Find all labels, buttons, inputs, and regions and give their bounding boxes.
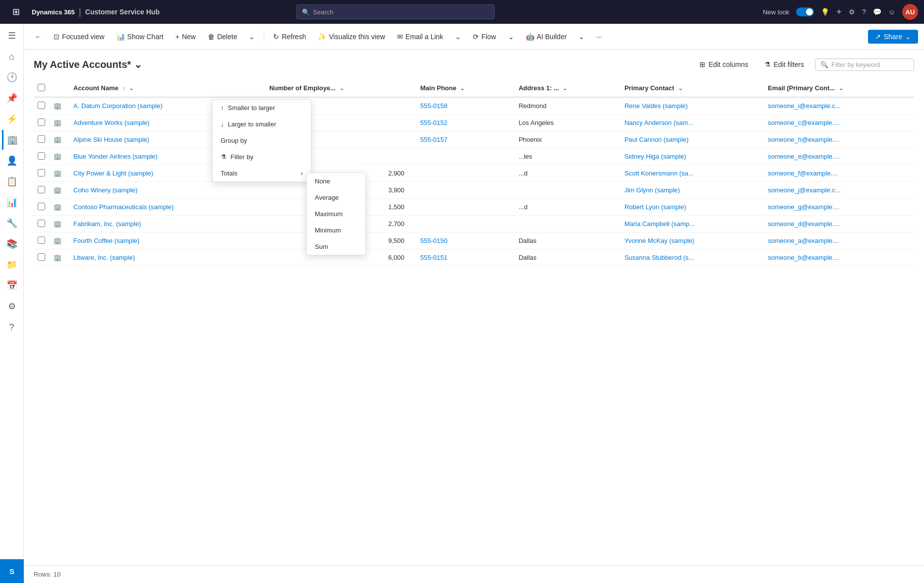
knowledge-icon[interactable]: 📚 <box>2 234 22 254</box>
entities-icon[interactable]: ⚡ <box>2 109 22 129</box>
row-checkbox-cell[interactable] <box>34 249 50 266</box>
row-checkbox[interactable] <box>38 118 45 126</box>
chat-icon[interactable]: 💬 <box>873 8 881 16</box>
show-chart-button[interactable]: 📊 Show Chart <box>112 30 169 44</box>
lightbulb-icon[interactable]: 💡 <box>821 8 829 16</box>
new-look-toggle[interactable] <box>796 7 814 16</box>
group-by-item[interactable]: Group by <box>213 132 311 149</box>
sidebar-settings-icon[interactable]: ⚙ <box>2 296 22 316</box>
row-checkbox-cell[interactable] <box>34 131 50 148</box>
edit-columns-button[interactable]: ⊞ Edit columns <box>694 58 753 71</box>
row-checkbox[interactable] <box>38 186 45 193</box>
add-icon[interactable]: + <box>836 7 842 17</box>
th-phone[interactable]: Main Phone ⌄ <box>414 79 513 97</box>
email-link-button[interactable]: ✉ Email a Link <box>392 30 448 44</box>
email-link[interactable]: someone_j@example.c... <box>768 186 841 194</box>
email-link[interactable]: someone_h@example.... <box>768 136 840 143</box>
account-name-link[interactable]: Adventure Works (sample) <box>73 119 150 126</box>
phone-cell[interactable] <box>414 216 513 233</box>
more-options-button[interactable]: ··· <box>591 30 607 44</box>
filter-by-item[interactable]: ⚗ Filter by <box>213 149 311 165</box>
row-checkbox-cell[interactable] <box>34 216 50 233</box>
filter-input[interactable]: 🔍 Filter by keyword <box>815 58 914 71</box>
accounts-icon[interactable]: 🏢 <box>2 130 22 150</box>
email-cell[interactable]: someone_d@example.... <box>762 216 914 233</box>
contact-link[interactable]: Yvonne McKay (sample) <box>625 237 694 244</box>
recent-icon[interactable]: 🕐 <box>2 67 22 87</box>
email-cell[interactable]: someone_c@example.... <box>762 115 914 131</box>
account-name-link[interactable]: Blue Yonder Airlines (sample) <box>73 153 158 160</box>
more-delete-button[interactable]: ⌄ <box>244 30 260 44</box>
totals-item[interactable]: Totals › <box>213 165 311 181</box>
account-name-link[interactable]: City Power & Light (sample) <box>73 170 153 177</box>
home-icon[interactable]: ⌂ <box>2 47 22 66</box>
th-address[interactable]: Address 1: ... ⌄ <box>513 79 619 97</box>
email-cell[interactable]: someone_g@example.... <box>762 199 914 216</box>
row-checkbox[interactable] <box>38 203 45 210</box>
ai-builder-button[interactable]: 🤖 AI Builder <box>521 30 572 44</box>
email-cell[interactable]: someone_f@example.... <box>762 165 914 182</box>
menu-icon[interactable]: ☰ <box>2 26 22 46</box>
contact-link[interactable]: Sidney Higa (sample) <box>625 153 686 160</box>
page-title-chevron-icon[interactable]: ⌄ <box>134 58 142 70</box>
edit-filters-button[interactable]: ⚗ Edit filters <box>759 58 809 71</box>
email-link[interactable]: someone_d@example.... <box>768 220 840 228</box>
phone-link[interactable]: 555-0152 <box>420 119 448 126</box>
contact-cell[interactable]: Paul Cannon (sample) <box>619 131 762 148</box>
phone-cell[interactable]: 555-0151 <box>414 249 513 266</box>
delete-button[interactable]: 🗑 Delete <box>203 30 242 44</box>
contact-link[interactable]: Paul Cannon (sample) <box>625 136 689 143</box>
pin-icon[interactable]: 📌 <box>2 88 22 108</box>
account-name-cell[interactable]: Coho Winery (sample) <box>67 182 263 199</box>
email-link[interactable]: someone_a@example.... <box>768 237 840 244</box>
th-account-name[interactable]: Account Name ↑ ⌄ <box>67 79 263 97</box>
contact-cell[interactable]: Maria Campbell (samp... <box>619 216 762 233</box>
phone-link[interactable]: 555-0150 <box>420 237 448 244</box>
focused-view-button[interactable]: ⊡ Focused view <box>49 30 110 44</box>
account-name-link[interactable]: Fabrikam, Inc. (sample) <box>73 220 141 228</box>
contacts-icon[interactable]: 👤 <box>2 151 22 171</box>
row-checkbox[interactable] <box>38 236 45 244</box>
contact-cell[interactable]: Nancy Anderson (sam... <box>619 115 762 131</box>
ai-more-button[interactable]: ⌄ <box>574 30 589 44</box>
row-checkbox[interactable] <box>38 152 45 160</box>
phone-link[interactable]: 555-0158 <box>420 102 448 110</box>
total-none-item[interactable]: None <box>307 173 365 189</box>
refresh-button[interactable]: ↻ Refresh <box>268 30 311 44</box>
account-name-link[interactable]: Fourth Coffee (sample) <box>73 237 139 244</box>
email-link[interactable]: someone_f@example.... <box>768 170 838 177</box>
row-checkbox-cell[interactable] <box>34 115 50 131</box>
contact-link[interactable]: Nancy Anderson (sam... <box>625 119 693 126</box>
account-name-cell[interactable]: Fourth Coffee (sample) <box>67 233 263 249</box>
search-bar[interactable]: 🔍 Search <box>296 4 495 19</box>
back-button[interactable]: ← <box>30 30 47 44</box>
contact-cell[interactable]: Yvonne McKay (sample) <box>619 233 762 249</box>
contact-link[interactable]: Scott Konersmann (sa... <box>625 170 693 177</box>
contact-cell[interactable]: Scott Konersmann (sa... <box>619 165 762 182</box>
select-all-header[interactable] <box>34 79 50 97</box>
row-checkbox[interactable] <box>38 253 45 261</box>
email-cell[interactable]: someone_e@example.... <box>762 148 914 165</box>
status-bar[interactable]: S <box>0 559 24 583</box>
total-average-item[interactable]: Average <box>307 189 365 206</box>
account-name-link[interactable]: Contoso Pharmaceuticals (sample) <box>73 203 173 211</box>
activities-icon[interactable]: 📋 <box>2 172 22 191</box>
contact-link[interactable]: Susanna Stubberod (s... <box>625 254 694 261</box>
calendar-icon[interactable]: 📅 <box>2 276 22 295</box>
phone-cell[interactable] <box>414 182 513 199</box>
contact-cell[interactable]: Susanna Stubberod (s... <box>619 249 762 266</box>
contact-link[interactable]: Maria Campbell (samp... <box>625 220 695 228</box>
email-more-button[interactable]: ⌄ <box>450 30 466 44</box>
email-cell[interactable]: someone_b@example.... <box>762 249 914 266</box>
reports-icon[interactable]: 📊 <box>2 192 22 212</box>
email-cell[interactable]: someone_i@example.c... <box>762 97 914 115</box>
emoji-icon[interactable]: ☺ <box>888 8 895 16</box>
tools-icon[interactable]: 🔧 <box>2 213 22 233</box>
email-link[interactable]: someone_g@example.... <box>768 203 840 211</box>
settings-icon[interactable]: ⚙ <box>849 8 855 16</box>
apps-icon[interactable]: ⊞ <box>6 2 26 22</box>
flow-more-button[interactable]: ⌄ <box>503 30 519 44</box>
phone-cell[interactable]: 555-0157 <box>414 131 513 148</box>
th-email[interactable]: Email (Primary Cont... ⌄ <box>762 79 914 97</box>
contact-link[interactable]: Rene Valdes (sample) <box>625 102 688 110</box>
